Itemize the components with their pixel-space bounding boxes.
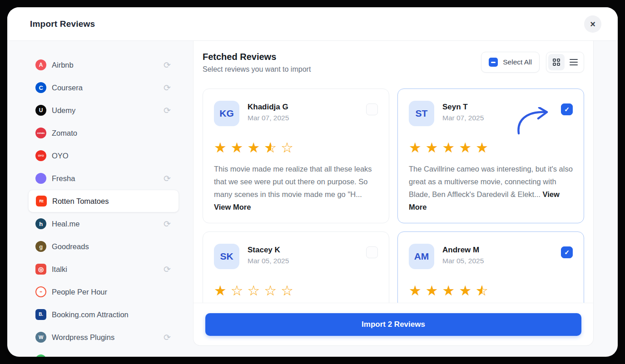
- review-select-checkbox[interactable]: [366, 103, 378, 115]
- panel-subtitle: Select reviews you want to import: [203, 65, 311, 74]
- platform-label: Coursera: [52, 84, 164, 92]
- modal-content: A Airbnb ⟳ C Coursera ⟳ U Udemy ⟳ zomato…: [7, 41, 618, 357]
- refresh-icon[interactable]: ⟳: [164, 174, 171, 183]
- reviewer-name: Stacey K: [248, 246, 366, 255]
- grid-view-icon: [553, 59, 561, 66]
- review-text: The Cavillrine cameo was interesting, bu…: [409, 162, 573, 213]
- platform-label: Udemy: [52, 106, 164, 115]
- star-icon: ★: [442, 141, 455, 155]
- import-reviews-button[interactable]: Import 2 Reviews: [205, 313, 581, 336]
- sidebar-platform-item[interactable]: A Airbnb ⟳: [28, 54, 179, 76]
- refresh-icon[interactable]: ⟳: [164, 61, 171, 69]
- star-icon: ☆: [264, 284, 277, 298]
- select-all-button[interactable]: Select All: [481, 52, 540, 73]
- platform-label: Heal.me: [52, 220, 164, 228]
- sidebar-platform-item[interactable]: C Coursera ⟳: [28, 76, 179, 99]
- review-cards-grid: KG Khadidja G Mar 07, 2025 ★★★☆★☆ This m…: [193, 74, 593, 303]
- star-icon: ☆: [231, 284, 243, 298]
- list-view-button[interactable]: [565, 54, 582, 70]
- star-icon: ☆: [281, 141, 293, 155]
- booking-attraction-icon: B.: [35, 309, 46, 320]
- platform-label: People Per Hour: [52, 288, 171, 296]
- star-rating: ★☆☆☆☆: [214, 284, 378, 298]
- review-card[interactable]: SK Stacey K Mar 05, 2025 ★☆☆☆☆: [203, 231, 389, 303]
- sidebar-platform-item[interactable]: •• People Per Hour: [28, 280, 179, 303]
- review-select-checkbox[interactable]: ✓: [561, 103, 573, 115]
- platform-label: Italki: [52, 265, 164, 274]
- sidebar-platform-item[interactable]: U Udemy ⟳: [28, 99, 179, 122]
- review-card-header: KG Khadidja G Mar 07, 2025: [214, 101, 378, 126]
- platform-label: Rotten Tomatoes: [52, 197, 170, 206]
- avatar: KG: [214, 101, 239, 126]
- review-date: Mar 05, 2025: [248, 257, 366, 265]
- view-mode-toggle: [546, 52, 584, 73]
- modal-header: Import Reviews ×: [7, 7, 618, 41]
- grid-view-button[interactable]: [548, 54, 565, 70]
- list-view-icon: [570, 59, 578, 66]
- sidebar-platform-item[interactable]: W Wordpress Plugins ⟳: [28, 326, 179, 349]
- avatar: AM: [409, 244, 434, 269]
- sidebar-platform-item[interactable]: [28, 349, 179, 357]
- reviewer-info: Stacey K Mar 05, 2025: [248, 244, 366, 265]
- star-icon: ★: [214, 284, 227, 298]
- airbnb-icon: A: [35, 59, 46, 70]
- reviewer-name: Khadidja G: [248, 103, 366, 112]
- platform-sidebar: A Airbnb ⟳ C Coursera ⟳ U Udemy ⟳ zomato…: [7, 41, 193, 357]
- rotten-tomatoes-icon: Rt: [36, 196, 47, 207]
- review-card-header: SK Stacey K Mar 05, 2025: [214, 244, 378, 269]
- sidebar-platform-item[interactable]: g Goodreads: [28, 235, 179, 258]
- star-icon: ★: [231, 141, 243, 155]
- healme-icon: h: [35, 218, 46, 229]
- review-card-header: AM Andrew M Mar 05, 2025 ✓: [409, 244, 573, 269]
- avatar: ST: [409, 101, 434, 126]
- platform-label: Fresha: [52, 174, 164, 183]
- refresh-icon[interactable]: ⟳: [164, 220, 171, 228]
- review-select-checkbox[interactable]: ✓: [561, 246, 573, 258]
- partial-green-icon: [35, 354, 46, 357]
- star-icon: ★: [409, 284, 422, 298]
- reviewer-info: Khadidja G Mar 07, 2025: [248, 101, 366, 122]
- sidebar-platform-item[interactable]: zomato Zomato: [28, 122, 179, 144]
- wordpress-icon: W: [35, 332, 46, 343]
- star-rating: ★★★☆★☆: [214, 141, 378, 155]
- select-all-checkbox-icon: [489, 58, 498, 67]
- review-select-checkbox[interactable]: [366, 246, 378, 258]
- sidebar-platform-item[interactable]: B. Booking.com Attraction: [28, 303, 179, 326]
- sidebar-platform-item[interactable]: OYO OYO: [28, 144, 179, 167]
- refresh-icon[interactable]: ⟳: [164, 333, 171, 342]
- review-card[interactable]: ST Seyn T Mar 07, 2025 ✓ ★★★★★ The Cavil…: [397, 89, 584, 223]
- star-icon: ★: [442, 284, 455, 298]
- review-date: Mar 07, 2025: [248, 114, 366, 122]
- platform-label: Zomato: [52, 129, 171, 138]
- import-reviews-modal: Import Reviews × A Airbnb ⟳ C Coursera ⟳…: [7, 7, 618, 357]
- review-card[interactable]: AM Andrew M Mar 05, 2025 ✓ ★★★★☆★: [397, 231, 584, 303]
- close-button[interactable]: ×: [584, 15, 601, 33]
- star-icon: ☆★: [476, 284, 488, 298]
- sidebar-platform-item[interactable]: h Heal.me ⟳: [28, 212, 179, 235]
- check-icon: ✓: [564, 106, 570, 113]
- star-rating: ★★★★★: [409, 141, 573, 155]
- oyo-icon: OYO: [35, 150, 46, 161]
- review-card[interactable]: KG Khadidja G Mar 07, 2025 ★★★☆★☆ This m…: [203, 89, 389, 223]
- star-icon: ★: [214, 141, 227, 155]
- star-rating: ★★★★☆★: [409, 284, 573, 298]
- italki-icon: ◎: [35, 264, 46, 275]
- star-icon: ★: [459, 284, 471, 298]
- panel-title: Fetched Reviews: [203, 52, 311, 62]
- goodreads-icon: g: [35, 241, 46, 252]
- refresh-icon[interactable]: ⟳: [164, 106, 171, 115]
- star-icon: ☆: [248, 284, 260, 298]
- udemy-icon: U: [35, 105, 46, 116]
- platform-label: Goodreads: [52, 242, 171, 251]
- refresh-icon[interactable]: ⟳: [164, 265, 171, 274]
- star-icon: ★: [476, 141, 488, 155]
- sidebar-platform-item[interactable]: ◎ Italki ⟳: [28, 258, 179, 280]
- close-icon: ×: [590, 20, 595, 29]
- sidebar-platform-item[interactable]: Rt Rotten Tomatoes: [28, 190, 179, 212]
- refresh-icon[interactable]: ⟳: [164, 84, 171, 92]
- fresha-icon: [35, 173, 46, 184]
- fetched-reviews-panel: Fetched Reviews Select reviews you want …: [193, 41, 594, 346]
- star-icon: ★: [426, 284, 438, 298]
- view-more-link[interactable]: View More: [214, 203, 251, 211]
- sidebar-platform-item[interactable]: Fresha ⟳: [28, 167, 179, 190]
